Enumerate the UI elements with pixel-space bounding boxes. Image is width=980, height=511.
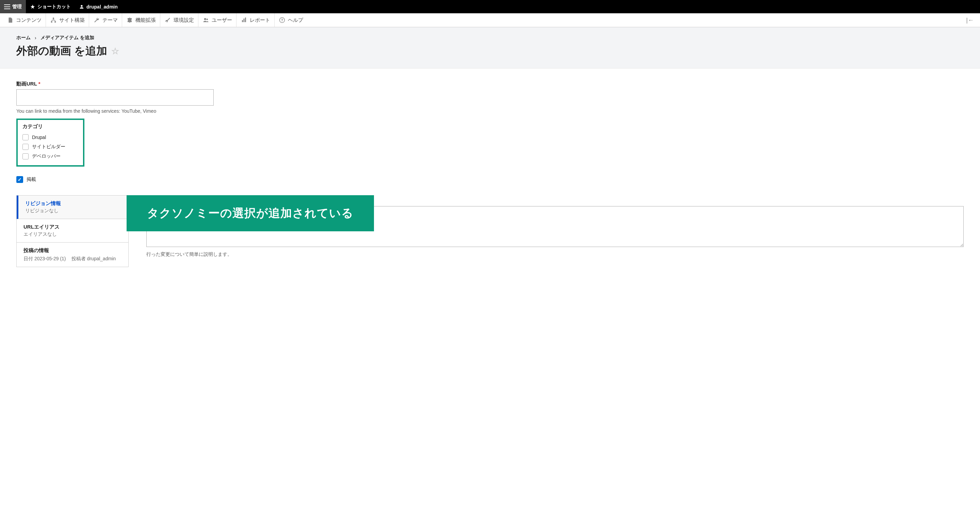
topbar-user[interactable]: drupal_admin [75,0,122,13]
collapse-toolbar-button[interactable]: |← [963,17,977,24]
category-label: カテゴリ [22,123,78,130]
category-option-label: サイトビルダー [32,144,65,150]
required-mark: * [37,81,40,86]
topbar-user-label: drupal_admin [86,4,118,10]
puzzle-icon [126,17,133,24]
breadcrumb-sep: › [35,35,37,40]
menu-reports[interactable]: レポート [236,13,274,27]
tab-revision-sub: リビジョンなし [25,208,121,214]
video-url-input[interactable] [16,89,214,105]
tab-authoring[interactable]: 投稿の情報 日付 2023-05-29 (1) 投稿者 drupal_admin [17,243,128,267]
help-icon: ? [279,17,285,24]
page-title: 外部の動画 を追加 ☆ [16,44,964,59]
checkbox-icon[interactable] [22,153,29,160]
svg-point-1 [53,18,54,19]
hamburger-icon [4,5,10,9]
category-fieldset: カテゴリ Drupal サイトビルダー デベロッパー [16,118,84,166]
file-icon [7,17,14,24]
wrench-icon [93,17,100,24]
tab-url-alias[interactable]: URLエイリアス エイリアスなし [17,219,128,243]
svg-point-3 [54,21,56,23]
tab-alias-sub: エイリアスなし [24,231,121,238]
checkbox-icon[interactable] [22,144,29,150]
svg-rect-7 [243,19,245,22]
svg-point-5 [207,19,208,21]
category-option-sitebuilder[interactable]: サイトビルダー [22,142,78,152]
menu-extend-label: 機能拡張 [135,17,156,24]
published-checkbox-row[interactable]: 掲載 [16,176,964,183]
menu-appearance[interactable]: テーマ [89,13,122,27]
menu-appearance-label: テーマ [102,17,118,24]
video-url-field: 動画URL * You can link to media from the f… [16,81,964,114]
svg-rect-8 [245,18,246,22]
admin-menu: コンテンツ サイト構築 テーマ 機能拡張 環境設定 ユーザー レポート [0,13,980,27]
annotation-banner: タクソノミーの選択が追加されている [127,195,374,231]
category-option-label: デベロッパー [32,153,60,160]
svg-text:?: ? [281,18,283,22]
tab-author-by: 投稿者 drupal_admin [72,256,116,262]
page-header: ホーム › メディアアイテム を追加 外部の動画 を追加 ☆ [0,27,980,69]
category-option-developer[interactable]: デベロッパー [22,152,78,161]
svg-point-4 [204,18,206,20]
menu-help[interactable]: ? ヘルプ [274,13,307,27]
tab-author-date: 日付 2023-05-29 (1) [24,256,66,262]
breadcrumb: ホーム › メディアアイテム を追加 [16,35,964,41]
menu-config[interactable]: 環境設定 [160,13,198,27]
vertical-tabs: リビジョン情報 リビジョンなし URLエイリアス エイリアスなし 投稿の情報 日… [16,195,129,267]
topbar-manage[interactable]: 管理 [0,0,26,13]
menu-reports-label: レポート [250,17,270,24]
breadcrumb-add-media[interactable]: メディアアイテム を追加 [40,35,94,41]
hierarchy-icon [50,17,57,24]
main-content: 動画URL * You can link to media from the f… [0,69,980,274]
tab-revision-title: リビジョン情報 [25,200,121,207]
menu-people[interactable]: ユーザー [198,13,236,27]
category-option-drupal[interactable]: Drupal [22,133,78,142]
details-area: リビジョン情報 リビジョンなし URLエイリアス エイリアスなし 投稿の情報 日… [16,195,964,267]
star-icon [30,4,35,10]
published-label: 掲載 [27,176,36,183]
star-outline-icon[interactable]: ☆ [111,46,119,57]
menu-config-label: 環境設定 [173,17,194,24]
svg-point-2 [51,21,53,23]
category-option-label: Drupal [32,134,46,140]
topbar-manage-label: 管理 [12,4,22,10]
tab-revision[interactable]: リビジョン情報 リビジョンなし [17,196,128,219]
topbar: 管理 ショートカット drupal_admin [0,0,980,13]
video-url-help: You can link to media from the following… [16,109,964,114]
svg-rect-6 [242,20,243,22]
checkbox-checked-icon[interactable] [16,176,23,183]
menu-extend[interactable]: 機能拡張 [122,13,160,27]
tab-author-title: 投稿の情報 [24,248,121,254]
topbar-shortcuts[interactable]: ショートカット [26,0,75,13]
video-url-label: 動画URL * [16,81,964,87]
menu-content[interactable]: コンテンツ [3,13,46,27]
svg-point-0 [81,5,82,6]
menu-structure[interactable]: サイト構築 [46,13,89,27]
collapse-icon: |← [966,17,974,24]
details-panel: タクソノミーの選択が追加されている 行った変更について簡単に説明します。 [129,195,964,257]
tab-alias-title: URLエイリアス [24,224,121,230]
tab-author-extra: 日付 2023-05-29 (1) 投稿者 drupal_admin [24,255,121,262]
people-icon [202,17,209,24]
user-icon [79,4,84,10]
menu-people-label: ユーザー [212,17,232,24]
menu-help-label: ヘルプ [288,17,303,24]
checkbox-icon[interactable] [22,134,29,141]
page-title-text: 外部の動画 を追加 [16,44,107,59]
menu-structure-label: サイト構築 [59,17,85,24]
breadcrumb-home[interactable]: ホーム [16,35,30,41]
wrench2-icon [164,17,171,24]
menu-content-label: コンテンツ [16,17,41,24]
revision-log-help: 行った変更について簡単に説明します。 [146,251,964,257]
chart-icon [240,17,247,24]
topbar-shortcuts-label: ショートカット [37,4,71,10]
